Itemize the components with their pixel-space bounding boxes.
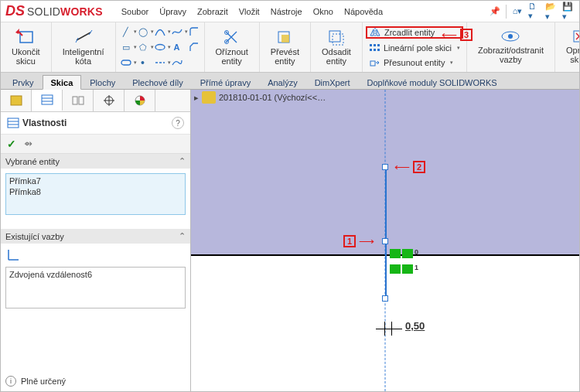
polygon-icon[interactable]: ⬠▾ (136, 41, 150, 53)
chamfer-icon[interactable] (187, 41, 201, 53)
property-icon (40, 94, 54, 106)
menu-tools[interactable]: Nástroje (271, 7, 302, 16)
scissors-icon (223, 29, 241, 46)
relation-index: 1 (415, 264, 418, 271)
tab-prvky[interactable]: Prvky (4, 75, 43, 89)
relation-box[interactable] (402, 249, 413, 258)
expand-icon[interactable]: ▸ (194, 93, 199, 103)
linear-pattern-button[interactable]: Lineární pole skici▾ (366, 43, 463, 53)
display-relations-button[interactable]: Zobrazit/odstranit vazby (472, 26, 550, 67)
endpoint-handle[interactable] (382, 164, 388, 170)
convert-button[interactable]: Převést entity (264, 26, 305, 69)
feature-tree-tab[interactable] (1, 90, 32, 111)
svg-rect-14 (374, 49, 376, 51)
open-icon[interactable]: 📂▾ (545, 5, 558, 18)
relation-box[interactable] (390, 264, 401, 274)
text-icon[interactable]: A (170, 41, 184, 53)
exit-sketch-button[interactable]: Ukončit skicu (5, 26, 46, 69)
callout-1-wrap: 1 ⟵ (343, 235, 374, 247)
svg-rect-10 (370, 44, 372, 46)
relations-list[interactable]: Zdvojená vzdálenost6 (5, 267, 186, 308)
app-logo: DS SOLIDWORKS (5, 3, 103, 19)
trim-button[interactable]: Oříznout entity (210, 26, 254, 69)
pin-icon[interactable]: 📌 (489, 5, 501, 18)
rect-icon[interactable]: ▭▾ (119, 41, 133, 53)
callout-3: 3 (460, 29, 473, 41)
relation-box[interactable] (402, 264, 413, 274)
help-icon[interactable]: ? (172, 117, 184, 129)
appearance-tab[interactable] (125, 90, 155, 111)
selected-entities-list[interactable]: Přímka7 Přímka8 (5, 173, 186, 215)
tab-dimxpert[interactable]: DimXpert (306, 75, 359, 89)
arrow-right-icon: ⟵ (359, 236, 374, 247)
list-item[interactable]: Přímka8 (9, 186, 182, 197)
menu-edit[interactable]: Úpravy (159, 7, 186, 16)
selected-entities-header[interactable]: Vybrané entity⌃ (1, 154, 190, 169)
offset-icon (327, 29, 346, 46)
config-tab[interactable] (63, 90, 94, 111)
linear-pattern-icon (369, 43, 380, 53)
tab-plochy[interactable]: Plochy (81, 75, 124, 89)
convert-icon (275, 29, 294, 46)
ribbon-dim-group: Inteligentní kóta (52, 22, 116, 72)
slot-icon[interactable]: ▾ (119, 56, 133, 69)
panel-title: Vlastnosti (22, 118, 67, 128)
dim-tab[interactable] (94, 90, 125, 111)
part-name[interactable]: 201810-01-01 (Výchozí<<… (219, 93, 326, 102)
info-icon: i (5, 376, 16, 387)
graphics-area[interactable]: ⋮ ▸ 201810-01-01 (Výchozí<<… 0 1 ⟵ 2 (191, 90, 579, 391)
property-tab[interactable] (32, 90, 63, 111)
relation-box[interactable] (390, 249, 401, 258)
menu-window[interactable]: Okno (313, 7, 333, 16)
menu-file[interactable]: Soubor (121, 7, 148, 16)
endpoint-handle[interactable] (382, 295, 388, 302)
tab-skica[interactable]: Skica (43, 75, 82, 90)
sketch-line[interactable] (385, 167, 387, 298)
move-entities-button[interactable]: Přesunout entity▾ (366, 57, 463, 68)
offset-button[interactable]: Odsadit entity (316, 26, 357, 69)
list-item[interactable]: Zdvojená vzdálenost6 (9, 269, 182, 280)
callout-3-wrap: ⟵ 3 (442, 29, 473, 41)
spline-icon[interactable]: ▾ (170, 26, 184, 38)
main-area: Vlastnosti ? ✓ ⇴ Vybrané entity⌃ Přímka7… (1, 90, 579, 391)
dimension-value[interactable]: 0,50 (405, 320, 425, 332)
line-icon[interactable]: ╱▾ (119, 26, 133, 38)
endpoint-handle[interactable] (382, 238, 388, 244)
svg-rect-30 (8, 118, 19, 128)
svg-rect-13 (370, 49, 372, 51)
ribbon-relations-group: Zobrazit/odstranit vazby (467, 22, 555, 72)
menu-view[interactable]: Zobrazit (197, 7, 228, 16)
callout-1: 1 (343, 235, 356, 247)
curve-icon[interactable] (170, 56, 184, 69)
fillet-icon[interactable] (187, 26, 201, 38)
menu-help[interactable]: Nápověda (344, 7, 383, 16)
move-icon (369, 58, 380, 67)
existing-relations-header[interactable]: Existující vazby⌃ (1, 229, 190, 244)
menu-insert[interactable]: Vložit (239, 7, 260, 16)
circle-icon[interactable]: ◯▾ (136, 26, 150, 38)
repair-sketch-button[interactable]: Opravit skicu (560, 26, 580, 67)
callout-2-wrap: ⟵ 2 (394, 161, 425, 173)
point-icon[interactable]: • (136, 56, 150, 69)
save-icon[interactable]: 💾▾ (562, 5, 575, 18)
tab-addins[interactable]: Doplňkové moduly SOLIDWORKS (359, 75, 506, 89)
chevron-up-icon: ⌃ (179, 156, 186, 166)
ds-logo-icon: DS (5, 3, 25, 19)
new-doc-icon[interactable]: 🗋▾ (528, 5, 541, 18)
tab-prime[interactable]: Přímé úpravy (192, 75, 259, 89)
tab-plechove[interactable]: Plechové díly (124, 75, 191, 89)
tab-analyzy[interactable]: Analýzy (259, 75, 306, 89)
arc-icon[interactable]: ▾ (153, 26, 167, 38)
smart-dimension-button[interactable]: Inteligentní kóta (56, 26, 111, 69)
list-item[interactable]: Přímka7 (9, 176, 182, 186)
ok-button[interactable]: ✓ (7, 138, 16, 150)
ribbon-exit-sketch-group: Ukončit skicu (1, 22, 52, 72)
chevron-up-icon: ⌃ (179, 231, 186, 241)
svg-point-18 (508, 34, 513, 39)
centerline-icon[interactable]: ▾ (153, 56, 167, 69)
ribbon-convert-group: Převést entity (260, 22, 311, 72)
ellipse-icon[interactable]: ▾ (153, 41, 167, 53)
push-pin-button[interactable]: ⇴ (24, 138, 32, 150)
home-icon[interactable]: ⌂▾ (511, 5, 524, 18)
confirm-row: ✓ ⇴ (1, 135, 190, 154)
